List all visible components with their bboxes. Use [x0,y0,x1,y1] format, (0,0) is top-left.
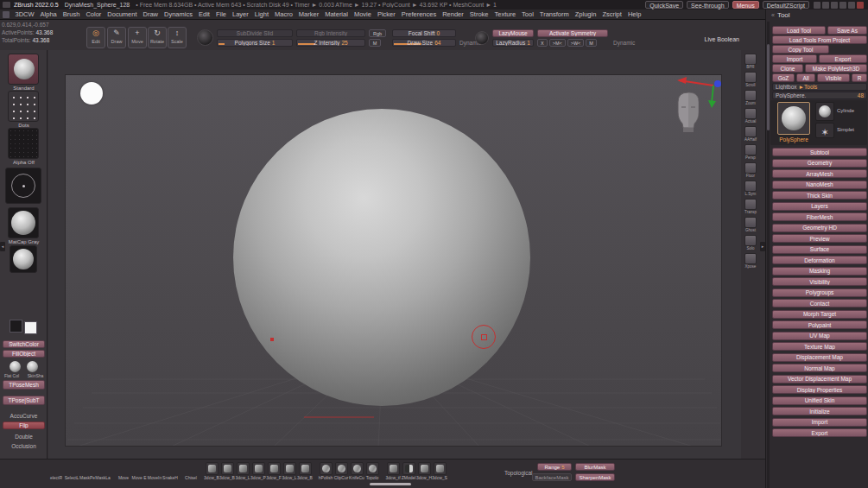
flip-button[interactable]: Flip [3,421,45,429]
sculpt-sphere-model[interactable] [233,109,530,406]
rotate-button[interactable]: ↻ Rotate [148,27,167,48]
left-tray-toggle[interactable]: ◂ [0,242,5,251]
default-zscript-button[interactable]: DefaultZScript [763,1,809,9]
close-icon[interactable] [857,2,864,9]
rightshelf-button[interactable]: Xpose [743,253,758,269]
menu-item[interactable]: Help [624,10,643,18]
dynamic-label-2[interactable]: Dynamic [613,40,635,46]
quick-brush-button[interactable]: 3dcw_B [204,462,219,481]
light-placement-icon[interactable] [80,82,103,105]
menu-item[interactable]: Light [251,10,271,18]
simplet-tool-thumb[interactable]: ✶ [815,123,834,138]
make-polymesh3d-button[interactable]: Make PolyMesh3D [805,64,867,73]
export-button[interactable]: Export [819,54,867,63]
menu-item[interactable]: Layer [229,10,251,18]
document-viewport[interactable] [65,74,722,447]
quick-brush-button[interactable]: ClipCur [333,462,349,481]
range-slider[interactable]: Range 5 [537,463,572,471]
panel-scrollbar-thumb[interactable] [767,44,770,130]
tool-section-button[interactable]: Unified Skin [772,396,867,405]
menu-item[interactable]: Movie [351,10,374,18]
quick-brush-button[interactable]: Move [116,462,131,481]
tool-section-button[interactable]: Subtool [772,148,867,156]
symmetry-axis-button[interactable]: >M< [549,39,566,47]
z-intensity-slider[interactable]: Z Intensity 25 [296,39,365,47]
load-tool-button[interactable]: Load Tool [772,26,826,35]
divider-icon[interactable] [831,2,838,9]
tool-section-button[interactable]: Displacement Map [772,353,867,362]
menu-item[interactable]: Preferences [398,10,439,18]
tool-section-button[interactable]: Deformation [772,256,867,264]
rightshelf-button[interactable]: AAHalf [743,126,758,143]
menu-item[interactable]: Tool [519,10,537,18]
backfacemask-button[interactable]: BackfaceMask [532,473,572,481]
tool-section-button[interactable]: Morph Target [772,310,867,319]
home-icon[interactable] [3,11,10,18]
activate-symmetry-button[interactable]: Activate Symmetry [537,29,608,37]
menu-item[interactable]: Edit [195,10,212,18]
lazyradius-slider[interactable]: LazyRadius 1 [492,39,534,47]
menu-item[interactable]: Macro [272,10,296,18]
menu-item[interactable]: Zscript [599,10,625,18]
tool-section-button[interactable]: Visibility [772,277,867,286]
recent-tool-thumb[interactable] [815,102,834,121]
flat-color-material-icon[interactable] [10,361,21,372]
occlusion-label[interactable]: Occlusion [0,443,48,449]
tool-section-button[interactable]: Geometry [772,159,867,168]
rightshelf-button[interactable]: Ghost [743,217,758,233]
stroke-preview-icon[interactable] [475,31,489,45]
tool-section-button[interactable]: FiberMesh [772,212,867,221]
see-through-slider[interactable]: See-through [687,1,729,9]
menu-item[interactable]: Alpha [37,10,60,18]
load-tools-from-project-button[interactable]: Load Tools From Project [772,35,867,44]
goz-visible-button[interactable]: Visible [817,73,850,82]
tool-section-button[interactable]: Polypaint [772,320,867,329]
m-button[interactable]: M [369,39,381,47]
quick-brush-button[interactable]: 3dcw_S [432,462,447,481]
tpose-mesh-button[interactable]: TPoseMesh [3,380,45,390]
goz-r-button[interactable]: R [852,73,867,82]
rightshelf-button[interactable]: Scroll [743,72,758,88]
current-tool-thumb[interactable] [777,102,810,135]
topological-label[interactable]: Topological [504,470,533,476]
current-material-thumb[interactable] [8,207,39,238]
quick-brush-button[interactable]: Chisel [183,462,199,481]
tool-section-button[interactable]: Polygroups [772,288,867,297]
tool-section-button[interactable]: Export [772,428,867,437]
secondary-material-thumb[interactable] [10,245,37,273]
live-boolean-label[interactable]: Live Boolean [681,36,739,42]
symmetry-axis-button[interactable]: X [537,39,548,47]
double-label[interactable]: Double [0,434,48,440]
menu-item[interactable]: Picker [374,10,398,18]
tool-section-button[interactable]: Display Properties [772,385,867,394]
rightshelf-button[interactable]: Solo [743,235,758,251]
blurmask-button[interactable]: BlurMask [575,463,615,471]
fill-object-button[interactable]: FillObject [3,350,45,358]
minimize-icon[interactable] [839,2,846,9]
tool-section-button[interactable]: Geometry HD [772,224,867,232]
tool-section-button[interactable]: Import [772,418,867,427]
quick-brush-button[interactable]: MaskLa [95,462,111,481]
rightshelf-button[interactable]: Transp [743,199,758,215]
quick-brush-button[interactable]: KnifeCu [349,462,364,481]
symmetry-axis-button[interactable]: >W< [567,39,585,47]
edit-button[interactable]: ◎ Edit [86,27,105,48]
menu-item[interactable]: Zplugin [572,10,599,18]
simplet-tool-label[interactable]: Simplet [837,127,854,132]
menus-toggle[interactable]: Menus [732,1,759,9]
tool-section-button[interactable]: Surface [772,245,867,254]
tool-section-button[interactable]: UV Map [772,332,867,340]
menu-item[interactable]: Material [322,10,352,18]
import-button[interactable]: Import [772,54,817,63]
rightshelf-button[interactable]: Actual [743,108,758,124]
quick-brush-button[interactable]: 3dcw_P [250,462,266,481]
tool-section-button[interactable]: Masking [772,267,867,276]
lightbox-tools-row[interactable]: Lightbox ►Tools [772,83,867,91]
current-stroke-thumb[interactable] [8,91,39,122]
quick-brush-button[interactable]: Topolo [364,462,380,481]
skinshade-material-icon[interactable] [27,361,38,372]
rightshelf-button[interactable]: Floor [743,162,758,179]
polygons-size-slider[interactable]: Polygons Size 1 [217,39,293,47]
quick-brush-button[interactable]: MoveIn [147,462,162,481]
lazymouse-button[interactable]: LazyMouse [492,29,534,37]
